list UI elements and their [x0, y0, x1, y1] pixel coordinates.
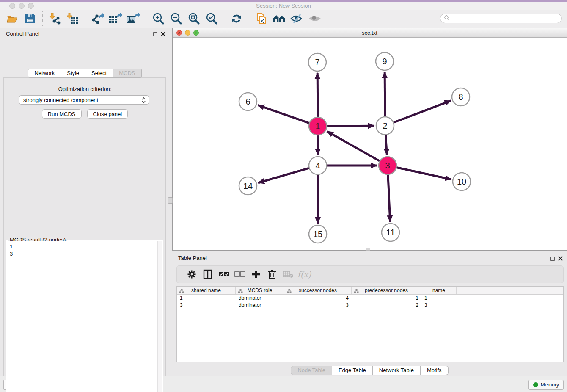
hide-selected-eye-icon[interactable] [290, 12, 304, 25]
tab-edge-table[interactable]: Edge Table [332, 366, 373, 375]
table-header-row: shared nameMCDS rolesuccessor nodesprede… [177, 287, 563, 295]
edge-3-10[interactable] [396, 167, 451, 179]
float-panel-icon[interactable] [153, 30, 157, 38]
table-cell[interactable]: 3 [421, 302, 457, 309]
column-header-MCDS-role[interactable]: MCDS role [236, 287, 284, 294]
export-network-icon[interactable] [91, 12, 105, 25]
table-cell[interactable]: dominator [236, 302, 284, 309]
edge-3-11[interactable] [388, 174, 390, 222]
hierarchy-icon [287, 288, 292, 294]
tab-style[interactable]: Style [61, 69, 85, 78]
show-all-eye-icon[interactable] [308, 12, 322, 25]
toolbar-separator [224, 11, 224, 26]
column-header-predecessor-nodes[interactable]: predecessor nodes [352, 287, 421, 294]
table-panel-titlebar: Table Panel [172, 252, 567, 263]
column-header-label: predecessor nodes [365, 287, 408, 293]
edge-2-3[interactable] [385, 134, 387, 155]
table-cell[interactable]: 1 [421, 295, 457, 302]
column-header-successor-nodes[interactable]: successor nodes [284, 287, 352, 294]
table-cell[interactable]: 3 [177, 302, 236, 309]
export-image-icon[interactable] [127, 12, 140, 25]
tab-motifs[interactable]: Motifs [421, 366, 449, 375]
apply-layout-icon[interactable] [230, 12, 243, 25]
graph-node-label-7: 7 [315, 58, 319, 67]
delete-table-icon[interactable] [282, 268, 294, 280]
close-panel-button[interactable]: Close panel [87, 109, 128, 119]
edge-2-9[interactable] [385, 72, 385, 118]
column-header-label: name [432, 287, 445, 293]
save-session-icon[interactable] [23, 12, 37, 25]
column-header-label: shared name [191, 287, 221, 293]
zoom-fit-icon[interactable] [187, 12, 201, 25]
edge-4-14[interactable] [258, 168, 310, 183]
optimization-criterion-select[interactable]: strongly connected component [19, 95, 149, 105]
tab-network-table[interactable]: Network Table [373, 366, 421, 375]
network-canvas[interactable]: 7968124314101511 [173, 38, 567, 250]
memory-status-dot [533, 382, 538, 387]
graph-node-label-11: 11 [386, 228, 395, 237]
graph-node-label-9: 9 [382, 57, 387, 66]
table-row-1[interactable]: 3dominator323 [177, 302, 563, 309]
table-options-gear-icon[interactable] [186, 268, 198, 280]
network-window-title: scc.txt [173, 30, 567, 36]
search-input[interactable] [450, 15, 561, 22]
hierarchy-icon [238, 288, 243, 294]
edge-1-2[interactable] [326, 126, 374, 126]
optimization-criterion-label: Optimization criterion: [0, 86, 170, 92]
zoom-in-icon[interactable] [151, 12, 165, 25]
splitter-grip-horizontal[interactable] [366, 248, 370, 251]
column-header-shared-name[interactable]: shared name [177, 287, 236, 294]
control-panel-titlebar: Control Panel [0, 28, 170, 39]
application-window: Session: New Session [0, 0, 567, 392]
show-column-icon[interactable] [202, 268, 214, 280]
toolbar-separator [146, 11, 146, 26]
run-mcds-button[interactable]: Run MCDS [42, 109, 82, 119]
column-header-name[interactable]: name [421, 287, 457, 294]
table-cell[interactable]: 1 [352, 295, 421, 302]
memory-button[interactable]: Memory [528, 380, 564, 390]
duplicate-network-icon[interactable] [255, 12, 268, 25]
table-cell[interactable]: 2 [352, 302, 421, 309]
table-panel-tabs: Node Table Edge Table Network Table Moti… [172, 366, 567, 375]
edge-1-7[interactable] [317, 73, 318, 118]
import-table-icon[interactable] [66, 12, 80, 25]
graph-node-label-8: 8 [458, 92, 463, 102]
result-scrollbar[interactable] [157, 241, 162, 392]
tab-network[interactable]: Network [28, 69, 61, 78]
tab-select[interactable]: Select [85, 69, 113, 78]
apply-function-icon[interactable]: f(x) [298, 268, 310, 280]
table-cell[interactable]: dominator [236, 295, 284, 302]
table-cell[interactable]: 4 [284, 295, 352, 302]
splitter-grip-vertical[interactable] [168, 197, 173, 204]
edge-1-6[interactable] [258, 105, 310, 123]
zoom-selected-icon[interactable] [205, 12, 218, 25]
network-window-titlebar[interactable]: × − + scc.txt [173, 28, 567, 38]
column-header-label: successor nodes [299, 287, 337, 293]
table-panel: Table Panel [172, 252, 567, 375]
column-header-label: MCDS role [248, 287, 272, 293]
zoom-out-icon[interactable] [169, 12, 183, 25]
mcds-result-text[interactable]: 1 3 [7, 241, 157, 392]
graph-node-label-6: 6 [245, 97, 250, 106]
edge-2-8[interactable] [393, 101, 451, 123]
export-table-icon[interactable] [109, 12, 122, 25]
select-all-columns-icon[interactable] [218, 268, 230, 280]
close-panel-icon[interactable] [161, 30, 165, 38]
node-table: shared nameMCDS rolesuccessor nodesprede… [176, 286, 564, 362]
table-cell[interactable]: 3 [284, 302, 352, 309]
first-neighbors-icon[interactable] [272, 12, 286, 25]
table-cell[interactable]: 1 [177, 295, 236, 302]
deselect-all-columns-icon[interactable] [234, 268, 246, 280]
close-panel-icon[interactable] [558, 255, 563, 262]
table-row-0[interactable]: 1dominator411 [177, 295, 563, 302]
open-session-icon[interactable] [6, 12, 19, 25]
tab-mcds[interactable]: MCDS [113, 69, 141, 78]
toolbar-separator [249, 11, 249, 26]
float-panel-icon[interactable] [550, 255, 555, 262]
add-column-plus-icon[interactable] [250, 268, 262, 280]
control-panel-title: Control Panel [6, 30, 39, 37]
import-network-icon[interactable] [48, 12, 62, 25]
edge-3-1[interactable] [327, 131, 381, 161]
tab-node-table[interactable]: Node Table [291, 366, 332, 375]
delete-column-trash-icon[interactable] [266, 268, 278, 280]
